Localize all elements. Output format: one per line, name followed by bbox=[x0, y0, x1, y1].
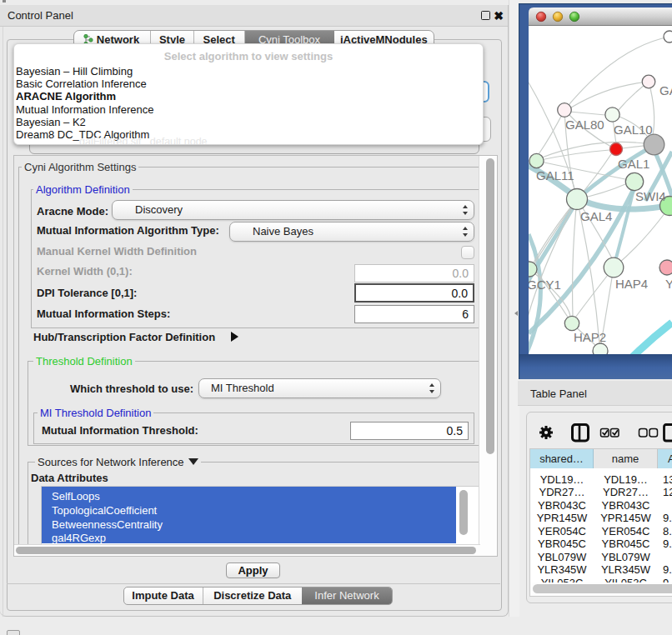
svg-text:Y: Y bbox=[665, 277, 672, 291]
svg-text:SWI4: SWI4 bbox=[635, 189, 666, 203]
svg-text:GAL4: GAL4 bbox=[580, 209, 612, 223]
svg-text:GAL11: GAL11 bbox=[536, 168, 574, 182]
svg-text:HAP2: HAP2 bbox=[574, 330, 606, 344]
svg-text:GAL10: GAL10 bbox=[614, 122, 653, 137]
svg-text:GAL2: GAL2 bbox=[659, 83, 672, 98]
svg-text:GCY1: GCY1 bbox=[527, 278, 561, 292]
svg-text:GAL1: GAL1 bbox=[618, 157, 649, 171]
svg-text:HAP4: HAP4 bbox=[615, 277, 648, 291]
svg-text:GAL80: GAL80 bbox=[565, 118, 604, 132]
